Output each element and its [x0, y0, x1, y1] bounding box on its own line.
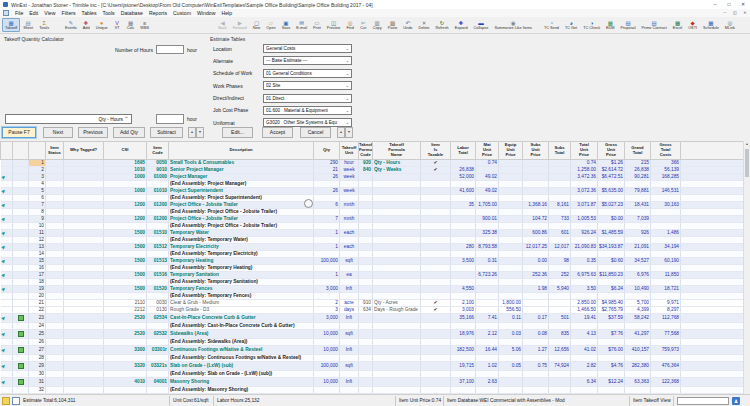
table-row[interactable]: ▶17150001516Temporary Sanitation1ea6,723… [1, 272, 744, 279]
menu-item-custom[interactable]: Custom [170, 9, 194, 17]
menu-item-view[interactable]: View [41, 9, 58, 17]
table-row[interactable]: 210109010Senior Project Manager21week840… [1, 167, 744, 174]
forward-button[interactable]: ▶Forward [230, 18, 250, 33]
column-header-iconA[interactable] [1, 142, 13, 160]
user-icon[interactable]: ♟ [732, 397, 740, 405]
column-header-mat[interactable]: Mat Unit Price [476, 142, 499, 160]
column-header-csi[interactable]: CSI [104, 142, 147, 160]
table-row[interactable]: 2121100030Clear & Grub - Medium2acre910Q… [1, 300, 744, 307]
paste-button[interactable]: ▧Paste [385, 18, 401, 33]
tc-get-button[interactable]: ◕TC Get [562, 18, 580, 33]
subtract-button[interactable]: Subtract [150, 127, 183, 138]
table-row[interactable]: ▶15150001513Temporary Heating100,000sqft… [1, 258, 744, 265]
cut-button[interactable]: ✂Cut [357, 18, 370, 33]
column-header-grand[interactable]: Grand Total [625, 142, 651, 160]
work-phases-select[interactable]: 02 Site⌄ [263, 81, 352, 90]
menu-item-filters[interactable]: Filters [58, 9, 78, 17]
column-header-status[interactable]: Item Status [46, 142, 64, 160]
table-row[interactable]: 14(End Assembly: Temporary Electricity) [1, 251, 744, 258]
maximize-icon[interactable]: □ [722, 0, 736, 9]
table-row[interactable]: 2222120130Rough Grade - D33days634Days -… [1, 307, 744, 314]
schedule-of-work-select[interactable]: 01 General Conditions⌄ [263, 69, 352, 78]
direct-indirect-select[interactable]: 01 Direct⌄ [263, 94, 352, 103]
back-button[interactable]: ◀Back [215, 18, 229, 33]
table-row[interactable]: 30(End Assembly: Slab on Grade - (LxW) (… [1, 371, 744, 378]
status-folder-icon[interactable] [2, 397, 10, 405]
close-icon[interactable]: ✕ [736, 0, 750, 9]
vt-button[interactable]: VVT [111, 18, 124, 33]
table-row[interactable]: ▶13150001512Temporary Electricity1each28… [1, 244, 744, 251]
prime-contract-button[interactable]: ▤Prime Contract [639, 18, 670, 33]
open-button[interactable]: ▱Open [263, 18, 278, 33]
table-row[interactable]: ▶19150001520Temporary Fences3,000lnft4,5… [1, 286, 744, 293]
column-header-unit[interactable]: Takeoff Unit [340, 142, 359, 160]
excel-button[interactable]: ▦Excel [670, 18, 685, 33]
table-row[interactable]: 116950050Small Tools & Consumables290hou… [1, 160, 744, 167]
delete-button[interactable]: ✕Delete [415, 18, 432, 33]
calc-button[interactable]: ▦Calc [124, 18, 138, 33]
number-of-hours-input[interactable] [156, 45, 184, 54]
spin-up-button-1[interactable]: ▲ [188, 127, 196, 138]
menu-item-window[interactable]: Window [194, 9, 218, 17]
column-header-subsU[interactable]: Subs Unit Price [523, 142, 549, 160]
e-mail-button[interactable]: ✉E-mail [293, 18, 310, 33]
table-row[interactable]: ▶23252002534Cast-In-Place Concrete Curb … [1, 314, 744, 323]
column-header-code[interactable]: Item Code [147, 142, 169, 160]
tc-send-button[interactable]: ◔TC Send [541, 18, 562, 33]
table-row[interactable]: 26(End Assembly: Sidewalks (Area)) [1, 339, 744, 346]
table-row[interactable]: 28(End Assembly: Continuous Footings w/N… [1, 355, 744, 362]
menu-item-file[interactable]: File [12, 9, 26, 17]
table-row[interactable]: ▶27330003301rContinuous Footings w/Nativ… [1, 346, 744, 355]
location-select[interactable]: General Costs⌄ [263, 44, 352, 53]
column-header-num[interactable] [29, 142, 46, 160]
column-header-gross[interactable]: Gross Total Costs [651, 142, 681, 160]
expand-button[interactable]: ✚Expand [452, 18, 471, 33]
menu-item-tools[interactable]: Tools [100, 9, 118, 17]
save-button[interactable]: ▣Save [279, 18, 294, 33]
table-row[interactable]: ▶29332003321sSlab on Grade - (LxW) (sub)… [1, 362, 744, 371]
column-header-fcode[interactable]: Takeoff Formula Code [359, 142, 373, 160]
edit-button[interactable]: Edit... [222, 127, 253, 138]
column-header-fname[interactable]: Takeoff Formula Name [373, 142, 421, 160]
unique-button[interactable]: ●Unique [93, 18, 111, 33]
spin-down-button-1[interactable]: ▼ [196, 127, 204, 138]
menu-item-tables[interactable]: Tables [79, 9, 100, 17]
column-header-fill[interactable] [681, 142, 744, 160]
totals-button[interactable]: ΣTotals [36, 18, 52, 33]
status-input[interactable] [677, 397, 729, 405]
spin-up-button-2[interactable]: ▲ [337, 127, 345, 138]
sheet-button[interactable]: ▤Sheet [20, 18, 36, 33]
scroll-up-icon[interactable]: ▲ [744, 141, 750, 148]
estinfo-button[interactable]: ✎Estinfo [62, 18, 80, 33]
table-row[interactable]: ▶5100001010Project Superintendent26week4… [1, 188, 744, 195]
table-row[interactable]: ▶31401004001Masonry Shoring10,000lnft37,… [1, 378, 744, 387]
minimize-icon[interactable]: ─ [708, 0, 722, 9]
copy-button[interactable]: ▥Copy [370, 18, 385, 33]
menu-item-help[interactable]: Help [218, 9, 235, 17]
menu-item-database[interactable]: Database [118, 9, 146, 17]
refresh-button[interactable]: ↻Refresh [432, 18, 451, 33]
table-row[interactable]: 20(End Assembly: Temporary Fences) [1, 293, 744, 300]
table-row[interactable]: 8(End Assembly: Project Office - Jobsite… [1, 209, 744, 216]
child-close-icon[interactable]: ✕ [740, 9, 750, 17]
table-row[interactable]: 6(End Assembly: Project Superintendent) [1, 195, 744, 202]
uniformat-select[interactable]: G3020 Other Site Systems & Equ⌄ [263, 118, 352, 127]
table-row[interactable]: 16(End Assembly: Temporary Heating) [1, 265, 744, 272]
find-button[interactable]: ◎Find [343, 18, 356, 33]
table-row[interactable]: ▶3100001000Project Manager26week52,00049… [1, 174, 744, 181]
wbs-button[interactable]: ≡WBS [137, 18, 152, 33]
summarize-like-items-button[interactable]: ◉Summarize Like Items [491, 18, 535, 33]
cancel-button[interactable]: Cancel [300, 127, 331, 138]
spin-down-button-2[interactable]: ▼ [345, 127, 353, 138]
quantity-input[interactable] [156, 114, 184, 124]
table-row[interactable]: ▶25252002532Sidewalks (Area)10,000sqft18… [1, 330, 744, 339]
preview-button[interactable]: ◫Preview [324, 18, 344, 33]
column-header-subsT[interactable]: Subs Total [549, 142, 571, 160]
child-restore-icon[interactable]: ◱ [730, 9, 740, 17]
table-row[interactable]: 12(End Assembly: Temporary Water) [1, 237, 744, 244]
add-qty-button[interactable]: Add Qty [113, 127, 145, 138]
proposal-button[interactable]: ▤Proposal [618, 18, 639, 33]
table-row[interactable]: 18(End Assembly: Temporary Sanitation) [1, 279, 744, 286]
scroll-thumb[interactable] [745, 149, 749, 177]
menu-item-edit[interactable]: Edit [26, 9, 41, 17]
